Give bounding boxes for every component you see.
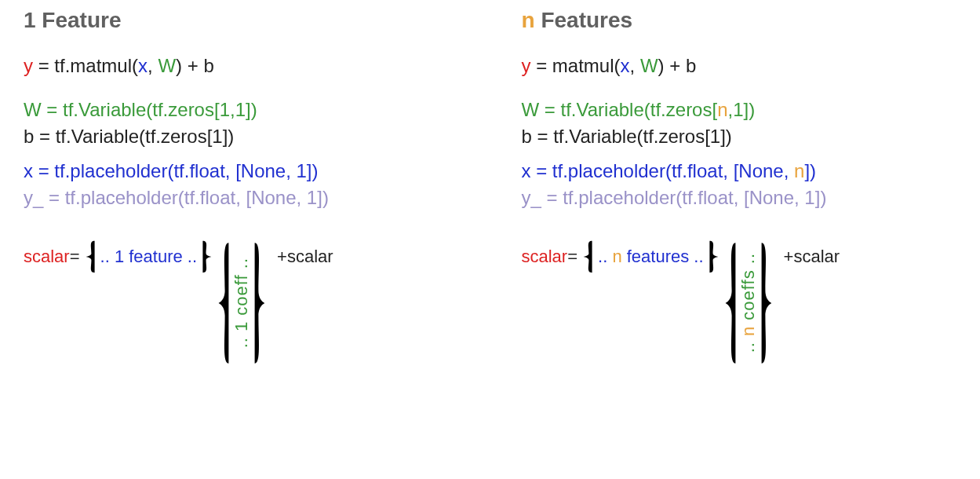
def-x-post: ])	[804, 160, 816, 181]
brace-right-icon	[760, 240, 773, 366]
def-W: W = tf.Variable(tf.zeros[1,1])	[24, 99, 459, 121]
equals: =	[70, 247, 80, 267]
lhs-scalar: scalar	[24, 247, 70, 267]
col-prefix: ..	[738, 336, 758, 353]
fn-matmul: matmul(	[552, 55, 621, 76]
brace-left-icon	[724, 240, 737, 366]
def-x: x = tf.placeholder(tf.float, [None, n])	[522, 160, 957, 182]
equation-y: y = matmul(x, W) + b	[522, 55, 957, 77]
brace-right-icon	[202, 240, 213, 273]
var-b: b	[203, 55, 213, 76]
sep: ,	[630, 55, 640, 76]
var-y: y	[24, 55, 33, 76]
close-plus: ) +	[176, 55, 203, 76]
heading-number: 1	[24, 8, 36, 32]
equals: =	[531, 55, 552, 76]
heading-n-features: n Features	[522, 8, 957, 33]
row-suffix: feature ..	[124, 247, 197, 266]
def-x: x = tf.placeholder(tf.float, [None, 1])	[24, 160, 459, 182]
heading-text: Features	[535, 8, 633, 32]
var-y: y	[522, 55, 531, 76]
brace-right-icon	[709, 240, 720, 273]
equals: =	[33, 55, 54, 76]
rhs-scalar: scalar	[287, 247, 333, 267]
row-vector: .. 1 feature ..	[85, 240, 213, 273]
def-W-post: ,1])	[728, 99, 756, 120]
sep: ,	[148, 55, 158, 76]
equals: =	[567, 247, 577, 267]
col-suffix: coeffs ..	[738, 253, 758, 326]
col-prefix: ..	[231, 331, 251, 348]
var-W: W	[640, 55, 658, 76]
def-W-pre: W = tf.Variable(tf.zeros[	[522, 99, 718, 120]
row-prefix: ..	[598, 247, 612, 266]
var-x: x	[138, 55, 148, 76]
fn-matmul: tf.matmul(	[54, 55, 138, 76]
var-b: b	[686, 55, 696, 76]
col-suffix: coeff ..	[231, 258, 251, 321]
row-vector: .. n features ..	[582, 240, 720, 273]
heading-1-feature: 1 Feature	[24, 8, 459, 33]
brace-right-icon	[253, 240, 266, 366]
schematic-1-feature: scalar = .. 1 feature .. .. 1 coeff .. +	[24, 240, 459, 366]
def-b: b = tf.Variable(tf.zeros[1])	[24, 126, 459, 148]
heading-text: Feature	[36, 8, 122, 32]
def-x-pre: x = tf.placeholder(tf.float, [None,	[522, 160, 795, 181]
rhs-scalar: scalar	[793, 247, 840, 267]
col-accent: 1	[231, 321, 251, 331]
brace-left-icon	[217, 240, 230, 366]
plus: +	[277, 247, 287, 267]
lhs-scalar: scalar	[522, 247, 568, 267]
var-x: x	[621, 55, 630, 76]
def-y_: y_ = tf.placeholder(tf.float, [None, 1])	[24, 187, 459, 209]
def-W-n: n	[717, 99, 727, 120]
equation-y: y = tf.matmul(x, W) + b	[24, 55, 459, 77]
def-y_: y_ = tf.placeholder(tf.float, [None, 1])	[522, 187, 957, 209]
row-accent: 1	[115, 247, 124, 266]
row-accent: n	[612, 247, 621, 266]
brace-left-icon	[85, 240, 96, 273]
col-accent: n	[738, 326, 758, 336]
plus: +	[784, 247, 794, 267]
def-b: b = tf.Variable(tf.zeros[1])	[522, 126, 957, 148]
brace-left-icon	[582, 240, 593, 273]
left-column: 1 Feature y = tf.matmul(x, W) + b W = tf…	[16, 8, 467, 366]
def-x-n: n	[794, 160, 804, 181]
right-column: n Features y = matmul(x, W) + b W = tf.V…	[514, 8, 965, 366]
col-vector: .. 1 coeff ..	[217, 240, 266, 366]
schematic-n-features: scalar = .. n features .. .. n coeffs ..…	[522, 240, 957, 366]
row-prefix: ..	[100, 247, 115, 266]
close-plus: ) +	[658, 55, 686, 76]
var-W: W	[158, 55, 176, 76]
def-W: W = tf.Variable(tf.zeros[n,1])	[522, 99, 957, 121]
row-suffix: features ..	[622, 247, 704, 266]
heading-number: n	[522, 8, 535, 32]
col-vector: .. n coeffs ..	[724, 240, 773, 366]
